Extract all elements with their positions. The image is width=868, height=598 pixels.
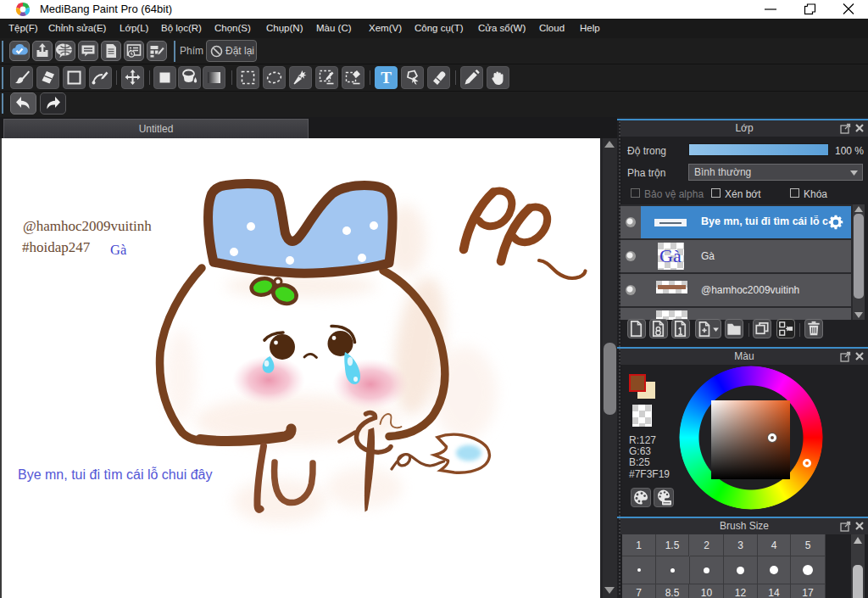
svg-text:#hoidap247: #hoidap247 — [22, 239, 91, 255]
svg-text:Bye mn, tui đi tìm cái lỗ chui: Bye mn, tui đi tìm cái lỗ chui đây — [18, 467, 212, 482]
svg-text:@hamhoc2009vuitinh: @hamhoc2009vuitinh — [23, 218, 152, 234]
svg-text:T: T — [381, 69, 392, 87]
svg-text:Gà: Gà — [110, 242, 127, 258]
